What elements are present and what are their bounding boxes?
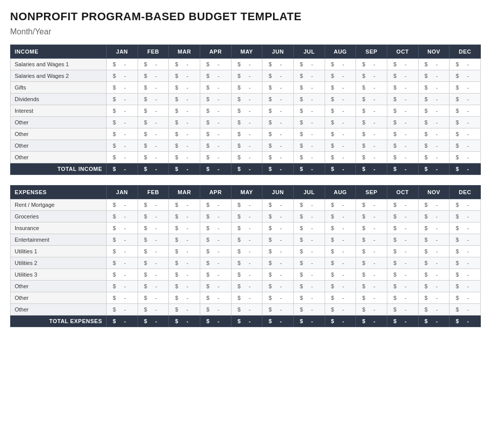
value-cell[interactable]: $- xyxy=(200,140,231,152)
value-cell[interactable]: $- xyxy=(138,269,169,281)
value-cell[interactable]: $- xyxy=(107,222,138,234)
value-cell[interactable]: $- xyxy=(262,152,294,163)
value-cell[interactable]: $- xyxy=(262,246,294,257)
value-cell[interactable]: $- xyxy=(450,105,481,117)
value-cell[interactable]: $- xyxy=(325,211,356,222)
value-cell[interactable]: $- xyxy=(200,222,231,234)
value-cell[interactable]: $- xyxy=(138,292,169,304)
value-cell[interactable]: $- xyxy=(262,94,294,105)
value-cell[interactable]: $- xyxy=(169,117,200,128)
value-cell[interactable]: $- xyxy=(387,269,418,281)
value-cell[interactable]: $- xyxy=(293,94,325,105)
value-cell[interactable]: $- xyxy=(293,257,325,269)
value-cell[interactable]: $- xyxy=(293,304,325,316)
value-cell[interactable]: $- xyxy=(356,211,387,222)
value-cell[interactable]: $- xyxy=(169,94,200,105)
value-cell[interactable]: $- xyxy=(356,82,387,94)
value-cell[interactable]: $- xyxy=(356,234,387,246)
value-cell[interactable]: $- xyxy=(200,199,231,211)
value-cell[interactable]: $- xyxy=(325,199,356,211)
value-cell[interactable]: $- xyxy=(107,128,138,140)
value-cell[interactable]: $- xyxy=(387,211,418,222)
value-cell[interactable]: $- xyxy=(293,292,325,304)
value-cell[interactable]: $- xyxy=(200,94,231,105)
value-cell[interactable]: $- xyxy=(293,269,325,281)
value-cell[interactable]: $- xyxy=(262,257,294,269)
value-cell[interactable]: $- xyxy=(387,246,418,257)
value-cell[interactable]: $- xyxy=(200,82,231,94)
value-cell[interactable]: $- xyxy=(138,140,169,152)
value-cell[interactable]: $- xyxy=(169,128,200,140)
value-cell[interactable]: $- xyxy=(356,246,387,257)
value-cell[interactable]: $- xyxy=(138,222,169,234)
value-cell[interactable]: $- xyxy=(450,281,481,292)
value-cell[interactable]: $- xyxy=(262,199,294,211)
value-cell[interactable]: $- xyxy=(169,304,200,316)
value-cell[interactable]: $- xyxy=(200,257,231,269)
value-cell[interactable]: $- xyxy=(107,117,138,128)
value-cell[interactable]: $- xyxy=(450,269,481,281)
value-cell[interactable]: $- xyxy=(418,140,450,152)
value-cell[interactable]: $- xyxy=(325,304,356,316)
value-cell[interactable]: $- xyxy=(107,211,138,222)
value-cell[interactable]: $- xyxy=(356,152,387,163)
value-cell[interactable]: $- xyxy=(200,304,231,316)
value-cell[interactable]: $- xyxy=(231,269,262,281)
value-cell[interactable]: $- xyxy=(418,199,450,211)
value-cell[interactable]: $- xyxy=(138,304,169,316)
value-cell[interactable]: $- xyxy=(231,94,262,105)
value-cell[interactable]: $- xyxy=(231,117,262,128)
value-cell[interactable]: $- xyxy=(169,59,200,70)
value-cell[interactable]: $- xyxy=(387,70,418,82)
value-cell[interactable]: $- xyxy=(231,128,262,140)
value-cell[interactable]: $- xyxy=(107,292,138,304)
value-cell[interactable]: $- xyxy=(450,211,481,222)
value-cell[interactable]: $- xyxy=(387,105,418,117)
value-cell[interactable]: $- xyxy=(138,257,169,269)
value-cell[interactable]: $- xyxy=(418,59,450,70)
value-cell[interactable]: $- xyxy=(231,222,262,234)
value-cell[interactable]: $- xyxy=(325,269,356,281)
value-cell[interactable]: $- xyxy=(387,59,418,70)
value-cell[interactable]: $- xyxy=(293,234,325,246)
value-cell[interactable]: $- xyxy=(356,199,387,211)
value-cell[interactable]: $- xyxy=(418,70,450,82)
value-cell[interactable]: $- xyxy=(107,82,138,94)
value-cell[interactable]: $- xyxy=(200,128,231,140)
value-cell[interactable]: $- xyxy=(450,140,481,152)
value-cell[interactable]: $- xyxy=(262,304,294,316)
value-cell[interactable]: $- xyxy=(387,140,418,152)
value-cell[interactable]: $- xyxy=(138,199,169,211)
value-cell[interactable]: $- xyxy=(387,152,418,163)
value-cell[interactable]: $- xyxy=(107,281,138,292)
value-cell[interactable]: $- xyxy=(169,281,200,292)
value-cell[interactable]: $- xyxy=(450,117,481,128)
value-cell[interactable]: $- xyxy=(138,82,169,94)
value-cell[interactable]: $- xyxy=(262,82,294,94)
value-cell[interactable]: $- xyxy=(262,281,294,292)
value-cell[interactable]: $- xyxy=(107,257,138,269)
value-cell[interactable]: $- xyxy=(356,140,387,152)
value-cell[interactable]: $- xyxy=(169,211,200,222)
value-cell[interactable]: $- xyxy=(356,94,387,105)
value-cell[interactable]: $- xyxy=(231,140,262,152)
value-cell[interactable]: $- xyxy=(418,234,450,246)
value-cell[interactable]: $- xyxy=(169,199,200,211)
value-cell[interactable]: $- xyxy=(325,128,356,140)
value-cell[interactable]: $- xyxy=(325,140,356,152)
value-cell[interactable]: $- xyxy=(293,222,325,234)
value-cell[interactable]: $- xyxy=(293,105,325,117)
value-cell[interactable]: $- xyxy=(200,59,231,70)
value-cell[interactable]: $- xyxy=(200,292,231,304)
value-cell[interactable]: $- xyxy=(293,281,325,292)
value-cell[interactable]: $- xyxy=(200,246,231,257)
value-cell[interactable]: $- xyxy=(107,140,138,152)
value-cell[interactable]: $- xyxy=(138,246,169,257)
value-cell[interactable]: $- xyxy=(418,82,450,94)
value-cell[interactable]: $- xyxy=(418,105,450,117)
value-cell[interactable]: $- xyxy=(169,140,200,152)
value-cell[interactable]: $- xyxy=(325,292,356,304)
value-cell[interactable]: $- xyxy=(231,257,262,269)
value-cell[interactable]: $- xyxy=(138,70,169,82)
value-cell[interactable]: $- xyxy=(450,222,481,234)
